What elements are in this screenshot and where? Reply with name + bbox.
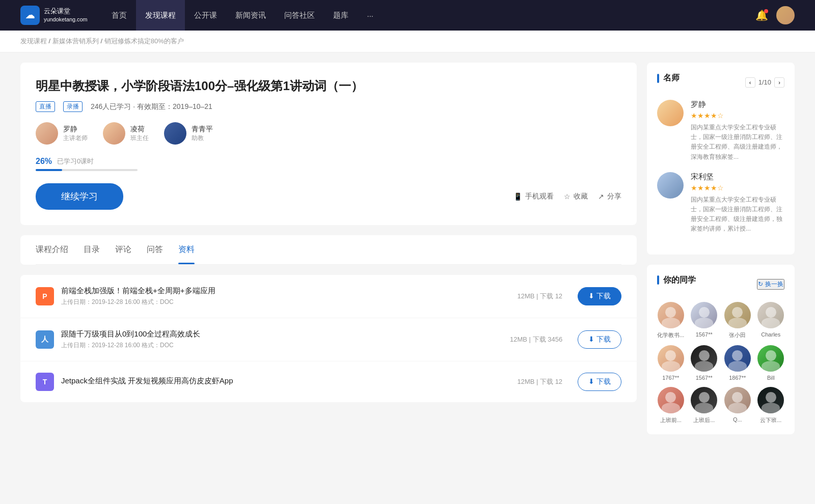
pagination: ‹ 1/10 › [745, 77, 784, 88]
nav-item-···[interactable]: ··· [358, 0, 383, 31]
avatar-silhouette-4 [658, 345, 684, 372]
teacher-avatar-0 [36, 122, 58, 145]
classmate-avatar-4 [658, 345, 684, 372]
classmate-item-4[interactable]: 1767** [657, 345, 685, 381]
classmates-title-row: 你的同学 ↻ 换一换 [657, 275, 784, 294]
teacher-item-0: 罗静 主讲老师 [36, 122, 88, 145]
tab-目录[interactable]: 目录 [84, 235, 100, 264]
notification-dot [764, 9, 768, 13]
navigation: ☁ 云朵课堂yundoketang.com 首页发现课程公开课新闻资讯问答社区题… [0, 0, 815, 31]
avatar-silhouette-1 [691, 302, 717, 328]
file-icon-1: 人 [36, 330, 54, 349]
teacher-role-2: 助教 [192, 134, 213, 143]
breadcrumb: 发现课程 / 新媒体营销系列 / 销冠修炼术搞定80%的客户 [0, 31, 815, 52]
classmate-item-3[interactable]: Charles [757, 302, 785, 339]
sidebar-teacher-1: 宋利坚 ★★★★☆ 国内某重点大学安全工程专业硕士，国家一级注册消防工程师、注册… [657, 172, 784, 234]
collect-button[interactable]: ☆ 收藏 [564, 192, 588, 201]
avatar-silhouette-8 [658, 387, 684, 413]
classmate-item-6[interactable]: 1867** [724, 345, 751, 381]
file-stats-0: 12MB | 下载 12 [517, 292, 562, 301]
classmate-item-0[interactable]: 化学教书... [657, 302, 685, 339]
breadcrumb-item-2[interactable]: 销冠修炼术搞定80%的客户 [104, 37, 184, 45]
classmate-name-7: Bill [767, 375, 775, 381]
sidebar-teacher-name-0: 罗静 [691, 100, 784, 109]
tabs-row: 课程介绍目录评论问答资料 [36, 235, 621, 265]
nav-item-公开课[interactable]: 公开课 [185, 0, 226, 31]
classmate-item-1[interactable]: 1567** [691, 302, 718, 339]
download-button-2[interactable]: ⬇ 下载 [578, 373, 621, 391]
sidebar-teacher-info-1: 宋利坚 ★★★★☆ 国内某重点大学安全工程专业硕士，国家一级注册消防工程师、注册… [691, 172, 784, 234]
download-button-1[interactable]: ⬇ 下载 [578, 330, 621, 349]
refresh-classmates-button[interactable]: ↻ 换一换 [757, 279, 784, 290]
nav-item-首页[interactable]: 首页 [102, 0, 136, 31]
classmate-item-9[interactable]: 上班后... [691, 387, 718, 424]
classmate-item-11[interactable]: 云下班... [757, 387, 785, 424]
tab-课程介绍[interactable]: 课程介绍 [36, 235, 68, 264]
nav-items: 首页发现课程公开课新闻资讯问答社区题库··· [102, 0, 755, 31]
sidebar-teachers: 罗静 ★★★★☆ 国内某重点大学安全工程专业硕士，国家一级注册消防工程师、注册安… [657, 100, 784, 234]
avatar-silhouette-7 [757, 345, 784, 372]
nav-item-新闻资讯[interactable]: 新闻资讯 [226, 0, 275, 31]
file-stats-2: 12MB | 下载 12 [517, 377, 562, 386]
teachers-row: 罗静 主讲老师 凌荷 班主任 青青平 助教 [36, 122, 621, 145]
file-info-2: Jetpack全组件实战 开发短视频应用高仿皮皮虾App [61, 376, 517, 388]
sidebar-teacher-0: 罗静 ★★★★☆ 国内某重点大学安全工程专业硕士，国家一级注册消防工程师、注册安… [657, 100, 784, 162]
progress-bar-bg [36, 169, 138, 171]
badge-record: 录播 [63, 101, 83, 112]
classmate-item-10[interactable]: Q... [724, 387, 751, 424]
classmate-item-5[interactable]: 1567** [691, 345, 718, 381]
tab-评论[interactable]: 评论 [115, 235, 131, 264]
notification-bell[interactable]: 🔔 [755, 9, 768, 21]
sidebar-teacher-name-1: 宋利坚 [691, 172, 784, 182]
nav-item-题库[interactable]: 题库 [324, 0, 358, 31]
progress-sub: 已学习0课时 [57, 157, 94, 166]
classmate-name-4: 1767** [662, 375, 679, 381]
teacher-info-1: 凌荷 班主任 [130, 125, 149, 143]
file-name-0: 前端全栈加强版！前端全栈+全周期+多端应用 [61, 286, 517, 296]
mobile-watch-button[interactable]: 📱 手机观看 [513, 192, 554, 201]
course-meta-text: 246人已学习 · 有效期至：2019–10–21 [91, 102, 212, 111]
classmate-name-0: 化学教书... [657, 331, 684, 339]
mobile-icon: 📱 [513, 192, 522, 201]
sidebar: 名师 ‹ 1/10 › 罗静 ★★★★☆ 国内某重点大学安全工程专业硕士，国家一… [647, 63, 795, 444]
tab-资料[interactable]: 资料 [178, 235, 195, 264]
breadcrumb-item-1[interactable]: 新媒体营销系列 [52, 37, 99, 45]
classmate-avatar-3 [757, 302, 784, 328]
teacher-avatar-1 [103, 122, 125, 145]
classmate-item-8[interactable]: 上班前... [657, 387, 685, 424]
file-info-1: 跟随千万级项目从0到100全过程高效成长 上传日期：2019-12-28 16:… [61, 329, 510, 350]
avatar-silhouette-2 [724, 302, 751, 328]
teacher-avatar-2 [164, 122, 186, 145]
file-meta-0: 上传日期：2019-12-28 16:00 格式：DOC [61, 298, 517, 306]
classmate-name-3: Charles [761, 331, 780, 338]
classmate-name-1: 1567** [696, 331, 713, 338]
progress-percent: 26% [36, 157, 52, 166]
next-page-button[interactable]: › [774, 77, 784, 88]
nav-item-发现课程[interactable]: 发现课程 [136, 0, 185, 31]
classmate-avatar-11 [757, 387, 784, 413]
nav-item-问答社区[interactable]: 问答社区 [275, 0, 324, 31]
file-item-2: T Jetpack全组件实战 开发短视频应用高仿皮皮虾App 12MB | 下载… [20, 361, 637, 402]
classmate-avatar-9 [691, 387, 717, 413]
teacher-name-1: 凌荷 [130, 125, 149, 134]
logo[interactable]: ☁ 云朵课堂yundoketang.com [20, 6, 87, 25]
classmate-item-2[interactable]: 张小田 [724, 302, 751, 339]
avatar-silhouette-10 [724, 387, 751, 413]
refresh-icon: ↻ [758, 281, 763, 288]
user-avatar[interactable] [776, 6, 795, 24]
action-right: 📱 手机观看 ☆ 收藏 ↗ 分享 [513, 192, 621, 201]
download-button-0[interactable]: ⬇ 下载 [578, 287, 621, 305]
continue-button[interactable]: 继续学习 [36, 183, 123, 210]
classmate-item-7[interactable]: Bill [757, 345, 785, 381]
prev-page-button[interactable]: ‹ [745, 77, 755, 88]
file-item-0: P 前端全栈加强版！前端全栈+全周期+多端应用 上传日期：2019-12-28 … [20, 275, 637, 318]
share-button[interactable]: ↗ 分享 [598, 192, 621, 201]
breadcrumb-item-0[interactable]: 发现课程 [20, 37, 47, 45]
course-card: 明星中教授课，小学阶段语法100分–强化级第1讲动词（一） 直播 录播 246人… [20, 63, 637, 225]
logo-icon: ☁ [20, 6, 40, 25]
tab-问答[interactable]: 问答 [147, 235, 163, 264]
classmate-avatar-7 [757, 345, 784, 372]
action-row: 继续学习 📱 手机观看 ☆ 收藏 ↗ 分享 [36, 183, 621, 210]
sidebar-teacher-avatar-0 [657, 100, 684, 126]
classmate-avatar-8 [658, 387, 684, 413]
